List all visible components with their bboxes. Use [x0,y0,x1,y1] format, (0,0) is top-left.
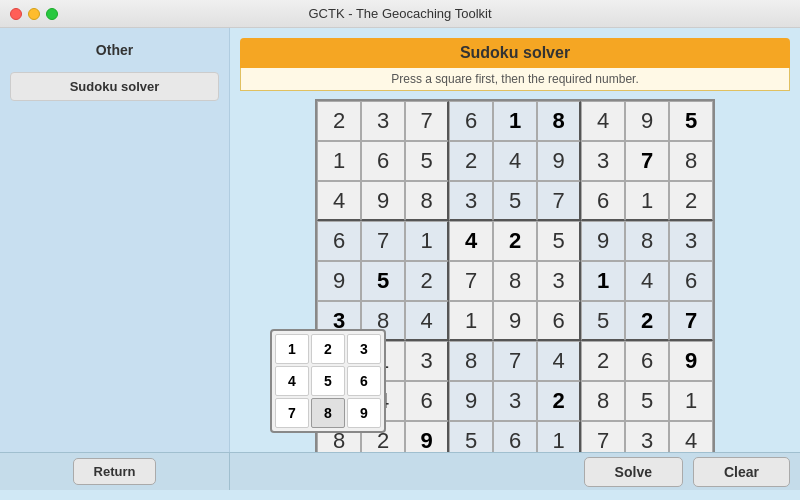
num-picker-8[interactable]: 8 [311,398,345,428]
cell-r5-c2[interactable]: 4 [405,301,449,341]
cell-r7-c8[interactable]: 1 [669,381,713,421]
cell-r1-c5[interactable]: 9 [537,141,581,181]
cell-r7-c7[interactable]: 5 [625,381,669,421]
cell-r6-c6[interactable]: 2 [581,341,625,381]
cell-r5-c5[interactable]: 6 [537,301,581,341]
cell-r0-c1[interactable]: 3 [361,101,405,141]
cell-r4-c0[interactable]: 9 [317,261,361,301]
sidebar-section-header: Other [10,38,219,62]
cell-r6-c5[interactable]: 4 [537,341,581,381]
cell-r3-c1[interactable]: 7 [361,221,405,261]
num-picker-9[interactable]: 9 [347,398,381,428]
cell-r4-c6[interactable]: 1 [581,261,625,301]
cell-r3-c6[interactable]: 9 [581,221,625,261]
cell-r1-c0[interactable]: 1 [317,141,361,181]
cell-r4-c3[interactable]: 7 [449,261,493,301]
cell-r7-c5[interactable]: 2 [537,381,581,421]
titlebar: GCTK - The Geocaching Toolkit [0,0,800,28]
content-title: Sudoku solver [240,38,790,68]
minimize-button[interactable] [28,8,40,20]
clear-button[interactable]: Clear [693,457,790,487]
close-button[interactable] [10,8,22,20]
cell-r1-c7[interactable]: 7 [625,141,669,181]
cell-r3-c0[interactable]: 6 [317,221,361,261]
num-picker-3[interactable]: 3 [347,334,381,364]
cell-r7-c4[interactable]: 3 [493,381,537,421]
cell-r4-c5[interactable]: 3 [537,261,581,301]
return-button[interactable]: Return [73,458,157,485]
cell-r1-c1[interactable]: 6 [361,141,405,181]
cell-r1-c2[interactable]: 5 [405,141,449,181]
sidebar: Other Sudoku solver [0,28,230,490]
cell-r0-c7[interactable]: 9 [625,101,669,141]
cell-r0-c6[interactable]: 4 [581,101,625,141]
cell-r7-c2[interactable]: 6 [405,381,449,421]
cell-r0-c4[interactable]: 1 [493,101,537,141]
cell-r2-c1[interactable]: 9 [361,181,405,221]
cell-r1-c3[interactable]: 2 [449,141,493,181]
cell-r0-c0[interactable]: 2 [317,101,361,141]
cell-r4-c7[interactable]: 4 [625,261,669,301]
bottom-right: Solve Clear [230,453,800,490]
cell-r5-c8[interactable]: 7 [669,301,713,341]
num-picker-1[interactable]: 1 [275,334,309,364]
traffic-lights [10,8,58,20]
cell-r5-c4[interactable]: 9 [493,301,537,341]
sudoku-container: 1 2 3 4 5 6 7 8 9 2376184951652493784983… [240,99,790,480]
bottom-bar: Return Solve Clear [0,452,800,490]
sidebar-item-sudoku-solver[interactable]: Sudoku solver [10,72,219,101]
cell-r1-c8[interactable]: 8 [669,141,713,181]
cell-r4-c2[interactable]: 2 [405,261,449,301]
cell-r0-c2[interactable]: 7 [405,101,449,141]
cell-r6-c2[interactable]: 3 [405,341,449,381]
cell-r2-c6[interactable]: 6 [581,181,625,221]
num-picker-4[interactable]: 4 [275,366,309,396]
cell-r2-c4[interactable]: 5 [493,181,537,221]
cell-r6-c8[interactable]: 9 [669,341,713,381]
cell-r6-c7[interactable]: 6 [625,341,669,381]
cell-r2-c7[interactable]: 1 [625,181,669,221]
cell-r4-c8[interactable]: 6 [669,261,713,301]
cell-r2-c2[interactable]: 8 [405,181,449,221]
cell-r3-c8[interactable]: 3 [669,221,713,261]
cell-r5-c3[interactable]: 1 [449,301,493,341]
cell-r3-c4[interactable]: 2 [493,221,537,261]
maximize-button[interactable] [46,8,58,20]
cell-r0-c8[interactable]: 5 [669,101,713,141]
cell-r5-c7[interactable]: 2 [625,301,669,341]
cell-r2-c3[interactable]: 3 [449,181,493,221]
cell-r1-c4[interactable]: 4 [493,141,537,181]
cell-r0-c3[interactable]: 6 [449,101,493,141]
cell-r1-c6[interactable]: 3 [581,141,625,181]
cell-r0-c5[interactable]: 8 [537,101,581,141]
bottom-left: Return [0,453,230,490]
cell-r2-c0[interactable]: 4 [317,181,361,221]
solve-button[interactable]: Solve [584,457,683,487]
main-content: Sudoku solver Press a square first, then… [230,28,800,490]
num-picker-5[interactable]: 5 [311,366,345,396]
cell-r3-c2[interactable]: 1 [405,221,449,261]
cell-r2-c8[interactable]: 2 [669,181,713,221]
content-subtitle: Press a square first, then the required … [240,68,790,91]
cell-r7-c3[interactable]: 9 [449,381,493,421]
cell-r5-c6[interactable]: 5 [581,301,625,341]
cell-r6-c4[interactable]: 7 [493,341,537,381]
num-picker-2[interactable]: 2 [311,334,345,364]
cell-r3-c7[interactable]: 8 [625,221,669,261]
number-picker: 1 2 3 4 5 6 7 8 9 [270,329,386,433]
num-picker-7[interactable]: 7 [275,398,309,428]
cell-r4-c1[interactable]: 5 [361,261,405,301]
cell-r7-c6[interactable]: 8 [581,381,625,421]
window-title: GCTK - The Geocaching Toolkit [308,6,491,21]
num-picker-6[interactable]: 6 [347,366,381,396]
cell-r3-c3[interactable]: 4 [449,221,493,261]
cell-r4-c4[interactable]: 8 [493,261,537,301]
cell-r3-c5[interactable]: 5 [537,221,581,261]
cell-r6-c3[interactable]: 8 [449,341,493,381]
cell-r2-c5[interactable]: 7 [537,181,581,221]
